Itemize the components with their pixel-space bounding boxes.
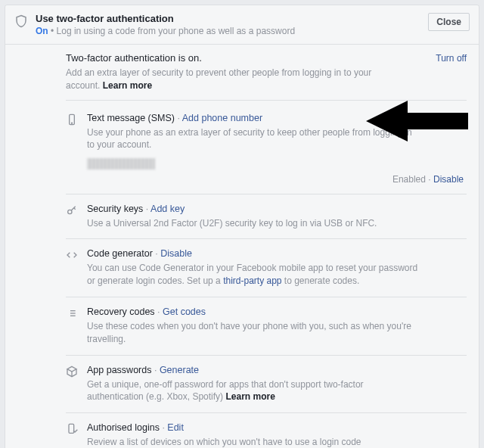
authlogins-desc: Review a list of devices on which you wo… bbox=[87, 436, 467, 448]
intro-desc: Add an extra layer of security to preven… bbox=[66, 67, 467, 92]
keys-title: Security keys bbox=[87, 204, 143, 214]
section-sms: Text message (SMS) · Add phone number Us… bbox=[66, 104, 467, 194]
authlogins-edit-link[interactable]: Edit bbox=[167, 422, 184, 433]
close-button[interactable]: Close bbox=[428, 13, 470, 31]
panel-body: Two-factor authentication is on. Turn of… bbox=[5, 45, 479, 448]
authlogins-title: Authorised logins bbox=[87, 422, 160, 433]
panel-header: Use two-factor authentication On • Log i… bbox=[5, 5, 479, 45]
intro-block: Two-factor authentication is on. Turn of… bbox=[66, 52, 467, 101]
section-recovery-codes: Recovery codes · Get codes Use these cod… bbox=[66, 297, 467, 356]
list-icon bbox=[66, 307, 82, 346]
key-icon bbox=[66, 204, 82, 230]
sms-enabled-label: Enabled bbox=[392, 174, 426, 185]
device-check-icon bbox=[66, 423, 82, 448]
get-codes-link[interactable]: Get codes bbox=[163, 306, 206, 317]
generate-app-password-link[interactable]: Generate bbox=[160, 365, 199, 375]
phone-icon bbox=[66, 114, 82, 185]
section-code-generator: Code generator · Disable You can use Cod… bbox=[66, 239, 467, 297]
third-party-app-link[interactable]: third-party app bbox=[223, 275, 281, 286]
panel-subtitle: On • Log in using a code from your phone… bbox=[36, 26, 428, 36]
apppw-title: App passwords bbox=[87, 365, 151, 375]
svg-rect-9 bbox=[69, 424, 74, 433]
two-factor-panel: Use two-factor authentication On • Log i… bbox=[5, 5, 479, 448]
section-authorised-logins: Authorised logins · Edit Review a list o… bbox=[66, 413, 467, 448]
shield-icon bbox=[14, 14, 28, 28]
codegen-disable-link[interactable]: Disable bbox=[160, 248, 192, 259]
svg-point-1 bbox=[71, 123, 72, 123]
add-phone-number-link[interactable]: Add phone number bbox=[182, 113, 262, 123]
code-icon bbox=[66, 249, 82, 288]
codegen-title: Code generator bbox=[87, 248, 153, 259]
section-security-keys: Security keys · Add key Use a Universal … bbox=[66, 194, 467, 240]
cube-icon bbox=[66, 366, 82, 404]
keys-desc: Use a Universal 2nd Factor (U2F) securit… bbox=[87, 217, 467, 230]
sms-desc: Use your phone as an extra layer of secu… bbox=[87, 126, 467, 152]
recovery-desc: Use these codes when you don't have your… bbox=[87, 320, 467, 346]
status-on-label: On bbox=[36, 26, 48, 36]
recovery-title: Recovery codes bbox=[87, 306, 155, 317]
section-app-passwords: App passwords · Generate Get a unique, o… bbox=[66, 356, 467, 414]
codegen-desc: You can use Code Generator in your Faceb… bbox=[87, 262, 467, 288]
turn-off-link[interactable]: Turn off bbox=[436, 53, 467, 64]
sms-title: Text message (SMS) bbox=[87, 113, 175, 123]
apppw-learn-more-link[interactable]: Learn more bbox=[225, 391, 275, 402]
sms-status-row: Enabled · Disable bbox=[87, 174, 467, 185]
panel-title: Use two-factor authentication bbox=[36, 13, 428, 24]
learn-more-link[interactable]: Learn more bbox=[103, 80, 152, 91]
apppw-desc: Get a unique, one-off password for apps … bbox=[87, 378, 467, 404]
svg-point-2 bbox=[68, 210, 72, 213]
add-key-link[interactable]: Add key bbox=[150, 204, 185, 214]
redacted-phone-number bbox=[87, 158, 155, 170]
sms-disable-link[interactable]: Disable bbox=[433, 174, 464, 185]
intro-title: Two-factor authentication is on. bbox=[66, 52, 436, 64]
